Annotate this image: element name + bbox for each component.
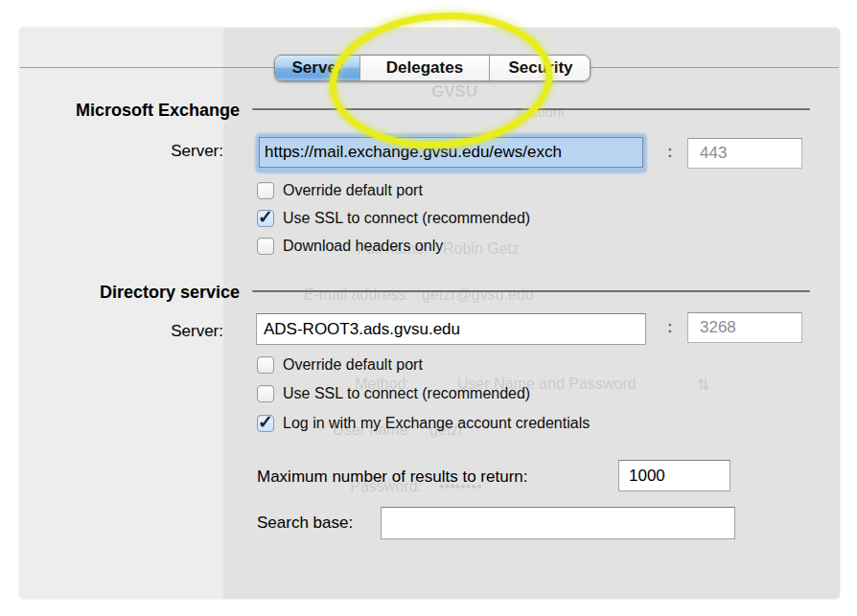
- checkbox-row-directory-use-ssl[interactable]: Use SSL to connect (recommended): [257, 384, 530, 403]
- directory-section-title: Directory service: [19, 283, 240, 303]
- ghost-popup-arrows-icon: ⇅: [697, 376, 709, 394]
- checkbox-row-login-exchange-credentials[interactable]: ✓ Log in with my Exchange account creden…: [257, 414, 590, 433]
- checkbox-label-exchange-override-port: Override default port: [283, 182, 423, 199]
- checkbox-label-directory-use-ssl: Use SSL to connect (recommended): [283, 385, 530, 402]
- checkbox-exchange-use-ssl[interactable]: ✓: [257, 210, 274, 227]
- exchange-section-rule: [252, 108, 810, 110]
- exchange-port-input[interactable]: 443: [687, 138, 802, 169]
- ghost-text-gvsu: GVSU: [431, 82, 477, 102]
- checkbox-label-download-headers: Download headers only: [283, 238, 443, 255]
- exchange-port-separator: :: [667, 143, 673, 162]
- checkbox-login-exchange-credentials[interactable]: ✓: [257, 415, 274, 432]
- tab-security[interactable]: Security: [489, 56, 591, 80]
- exchange-server-label: Server:: [19, 142, 223, 161]
- checkbox-directory-use-ssl[interactable]: [257, 385, 274, 402]
- settings-tab-bar: Server Delegates Security: [274, 55, 591, 81]
- max-results-label: Maximum number of results to return:: [257, 468, 527, 487]
- ghost-text-account: Account: [516, 104, 565, 120]
- search-base-input[interactable]: [381, 507, 735, 539]
- ghost-value-email: getzr@gvsu.edu: [422, 286, 534, 304]
- screenshot-root: GVSU Account Full name: Robin Getz E-mai…: [0, 0, 857, 616]
- checkbox-row-exchange-use-ssl[interactable]: ✓ Use SSL to connect (recommended): [257, 209, 530, 228]
- tab-server[interactable]: Server: [275, 56, 359, 80]
- directory-server-label: Server:: [19, 322, 223, 341]
- search-base-label: Search base:: [257, 513, 353, 533]
- ghost-value-full-name: Robin Getz: [443, 240, 520, 258]
- exchange-server-input-text: https://mail.exchange.gvsu.edu/ews/exch: [259, 137, 643, 168]
- checkbox-label-directory-override-port: Override default port: [283, 356, 423, 374]
- directory-port-input[interactable]: 3268: [687, 312, 802, 343]
- checkbox-row-download-headers[interactable]: Download headers only: [257, 237, 443, 256]
- directory-section-rule: [252, 290, 810, 292]
- checkbox-download-headers[interactable]: [257, 238, 274, 255]
- checkbox-label-exchange-use-ssl: Use SSL to connect (recommended): [283, 210, 530, 227]
- max-results-input[interactable]: 1000: [618, 460, 730, 491]
- directory-server-input[interactable]: ADS-ROOT3.ads.gvsu.edu: [256, 313, 646, 345]
- ghost-label-email: E-mail address:: [240, 286, 410, 304]
- directory-port-separator: :: [667, 318, 673, 337]
- checkbox-label-login-exchange-credentials: Log in with my Exchange account credenti…: [283, 415, 590, 432]
- exchange-server-input[interactable]: https://mail.exchange.gvsu.edu/ews/exch: [256, 134, 646, 172]
- tab-delegates[interactable]: Delegates: [359, 56, 489, 80]
- checkbox-row-exchange-override-port[interactable]: Override default port: [257, 181, 423, 200]
- checkbox-row-directory-override-port[interactable]: Override default port: [257, 355, 423, 375]
- exchange-section-title: Microsoft Exchange: [19, 101, 240, 121]
- checkbox-directory-override-port[interactable]: [257, 356, 274, 374]
- checkbox-exchange-override-port[interactable]: [257, 182, 274, 199]
